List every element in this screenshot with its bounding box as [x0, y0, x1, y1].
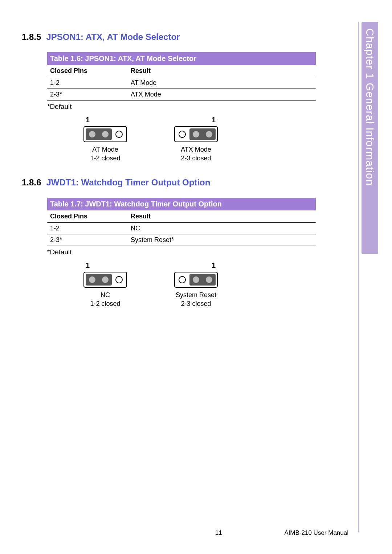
caption-line2: 1-2 closed — [90, 299, 120, 308]
result-cell: System Reset* — [128, 234, 316, 246]
default-note: *Default — [47, 103, 316, 111]
jumper-atx-mode: 1 ATX Mode 2-3 closed — [174, 116, 218, 163]
caption-line1: System Reset — [176, 291, 216, 299]
chapter-tab-text: Chapter 1 General Information — [364, 22, 376, 186]
page-footer: 11 AIMB-210 User Manual — [22, 529, 348, 537]
svg-point-12 — [89, 276, 95, 283]
caption-line2: 1-2 closed — [90, 154, 120, 163]
section-heading: 1.8.6 JWDT1: Watchdog Timer Output Optio… — [22, 177, 316, 188]
chapter-tab: Chapter 1 General Information — [362, 22, 378, 254]
result-cell: ATX Mode — [128, 89, 316, 100]
table-title: Table 1.7: JWDT1: Watchdog Timer Output … — [47, 198, 316, 210]
table-row: 2-3* ATX Mode — [47, 89, 316, 100]
col-head-pins: Closed Pins — [47, 210, 128, 223]
table-title: Table 1.6: JPSON1: ATX, AT Mode Selector — [47, 52, 316, 65]
section-number: 1.8.6 — [22, 177, 41, 188]
col-head-pins: Closed Pins — [47, 65, 128, 77]
svg-point-3 — [102, 131, 109, 138]
col-head-result: Result — [128, 210, 316, 223]
result-cell: NC — [128, 222, 316, 234]
default-note: *Default — [47, 248, 316, 256]
jpson1-table: Table 1.6: JPSON1: ATX, AT Mode Selector… — [47, 52, 316, 100]
jumper-caption: NC 1-2 closed — [90, 291, 120, 308]
vertical-rule — [358, 22, 359, 532]
jwdt1-table: Table 1.7: JWDT1: Watchdog Timer Output … — [47, 198, 316, 246]
svg-point-17 — [179, 276, 185, 283]
section-heading: 1.8.5 JPSON1: ATX, AT Mode Selector — [22, 32, 316, 42]
table-row: 2-3* System Reset* — [47, 234, 316, 246]
pins-cell: 1-2 — [47, 222, 128, 234]
caption-line2: 2-3 closed — [176, 299, 216, 308]
section-number: 1.8.5 — [22, 32, 41, 42]
jumper-at-mode: 1 AT Mode 1-2 closed — [83, 116, 127, 163]
section-title: JWDT1: Watchdog Timer Output Option — [46, 177, 210, 188]
jumper-caption: AT Mode 1-2 closed — [90, 145, 120, 163]
svg-point-2 — [89, 131, 95, 138]
caption-line1: AT Mode — [90, 145, 120, 154]
page-number: 11 — [153, 529, 285, 537]
svg-point-19 — [206, 276, 212, 283]
jumper-nc: 1 NC 1-2 closed — [83, 261, 127, 308]
svg-point-13 — [102, 276, 109, 283]
manual-name: AIMB-210 User Manual — [284, 529, 348, 537]
svg-point-8 — [193, 131, 199, 138]
jumper-system-reset: 1 System Reset 2-3 closed — [174, 261, 218, 308]
caption-line1: ATX Mode — [181, 145, 211, 154]
table-row: 1-2 AT Mode — [47, 77, 316, 89]
jumper-diagram-row: 1 NC 1-2 closed 1 — [83, 261, 316, 308]
caption-line2: 2-3 closed — [181, 154, 211, 163]
jumper-diagram-row: 1 AT Mode 1-2 closed 1 — [83, 116, 316, 163]
pin1-label: 1 — [212, 261, 216, 270]
jumper-svg-12closed — [83, 126, 127, 142]
pins-cell: 2-3* — [47, 89, 128, 100]
svg-point-7 — [179, 131, 185, 138]
caption-line1: NC — [90, 291, 120, 299]
svg-point-9 — [206, 131, 212, 138]
col-head-result: Result — [128, 65, 316, 77]
section-title: JPSON1: ATX, AT Mode Selector — [46, 32, 180, 42]
pins-cell: 2-3* — [47, 234, 128, 246]
table-row: 1-2 NC — [47, 222, 316, 234]
svg-point-4 — [116, 131, 122, 138]
result-cell: AT Mode — [128, 77, 316, 89]
pin1-label: 1 — [86, 261, 90, 270]
jumper-svg-23closed — [174, 126, 218, 142]
jumper-svg-12closed — [83, 272, 127, 288]
pin1-label: 1 — [212, 116, 216, 124]
pins-cell: 1-2 — [47, 77, 128, 89]
jumper-svg-23closed — [174, 272, 218, 288]
pin1-label: 1 — [86, 116, 90, 124]
svg-point-14 — [116, 276, 122, 283]
svg-point-18 — [193, 276, 199, 283]
jumper-caption: ATX Mode 2-3 closed — [181, 145, 211, 163]
jumper-caption: System Reset 2-3 closed — [176, 291, 216, 308]
